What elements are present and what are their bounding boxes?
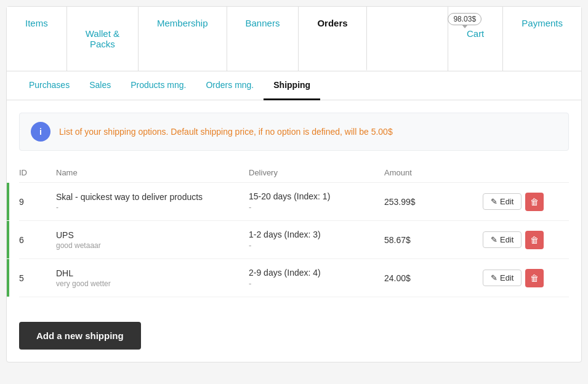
col-name: Name — [56, 168, 249, 177]
row-actions: ✎ Edit 🗑 — [483, 193, 569, 211]
row-delivery: 1-2 days (Index: 3) - — [249, 230, 384, 250]
edit-button[interactable]: ✎ Edit — [483, 270, 522, 286]
edit-button[interactable]: ✎ Edit — [483, 193, 522, 210]
tab-membership[interactable]: Membership — [139, 7, 227, 71]
row-amount: 24.00$ — [384, 273, 483, 283]
tab-banners[interactable]: Banners — [227, 7, 299, 71]
shipping-table: ID Name Delivery Amount 9 Skal - quickes… — [19, 163, 569, 297]
tab-orders[interactable]: Orders — [299, 7, 366, 71]
trash-icon: 🗑 — [530, 273, 539, 283]
spacer — [367, 7, 448, 71]
tab-orders-mng[interactable]: Orders mng. — [196, 71, 264, 100]
tab-cart[interactable]: 98.03$ Cart — [448, 7, 503, 71]
row-name: UPS good wetaaar — [56, 230, 249, 250]
row-delivery: 15-20 days (Index: 1) - — [249, 191, 384, 212]
trash-icon: 🗑 — [530, 235, 539, 245]
tab-payments[interactable]: Payments — [503, 7, 581, 71]
delete-button[interactable]: 🗑 — [525, 231, 544, 249]
edit-icon: ✎ — [491, 235, 497, 244]
info-text: List of your shipping options. Default s… — [59, 127, 393, 137]
tab-items[interactable]: Items — [7, 7, 67, 71]
main-container: Items Wallet &Packs Membership Banners O… — [6, 6, 582, 362]
tab-products-mng[interactable]: Products mng. — [121, 71, 196, 100]
row-id: 5 — [19, 273, 56, 283]
info-box: i List of your shipping options. Default… — [19, 113, 569, 151]
row-name: DHL very good wetter — [56, 268, 249, 288]
trash-icon: 🗑 — [530, 197, 539, 207]
table-row: 9 Skal - quickest way to deliver product… — [19, 183, 569, 221]
row-actions: ✎ Edit 🗑 — [483, 231, 569, 249]
row-id: 6 — [19, 235, 56, 245]
delete-button[interactable]: 🗑 — [525, 269, 544, 287]
col-actions — [483, 168, 569, 177]
row-name: Skal - quickest way to deliver products … — [56, 192, 249, 212]
tab-purchases[interactable]: Purchases — [19, 71, 79, 100]
sub-nav: Purchases Sales Products mng. Orders mng… — [7, 71, 581, 100]
table-row: 5 DHL very good wetter 2-9 days (Index: … — [19, 259, 569, 297]
edit-icon: ✎ — [491, 197, 497, 206]
delete-button[interactable]: 🗑 — [525, 193, 544, 211]
tab-sales[interactable]: Sales — [79, 71, 121, 100]
col-amount: Amount — [384, 168, 483, 177]
col-id: ID — [19, 168, 56, 177]
info-icon: i — [31, 122, 50, 142]
row-delivery: 2-9 days (Index: 4) - — [249, 268, 384, 288]
table-header: ID Name Delivery Amount — [19, 163, 569, 183]
row-actions: ✎ Edit 🗑 — [483, 269, 569, 287]
add-shipping-button[interactable]: Add a new shipping — [19, 322, 141, 350]
tab-shipping[interactable]: Shipping — [264, 71, 320, 100]
tab-wallet-packs[interactable]: Wallet &Packs — [67, 7, 139, 71]
top-nav: Items Wallet &Packs Membership Banners O… — [7, 7, 581, 71]
row-id: 9 — [19, 197, 56, 207]
edit-icon: ✎ — [491, 273, 497, 282]
cart-badge: 98.03$ — [448, 13, 481, 25]
col-delivery: Delivery — [249, 168, 384, 177]
row-amount: 253.99$ — [384, 197, 483, 207]
edit-button[interactable]: ✎ Edit — [483, 231, 522, 248]
info-highlight: 5.00$ — [371, 127, 393, 137]
row-amount: 58.67$ — [384, 235, 483, 245]
table-row: 6 UPS good wetaaar 1-2 days (Index: 3) -… — [19, 221, 569, 259]
